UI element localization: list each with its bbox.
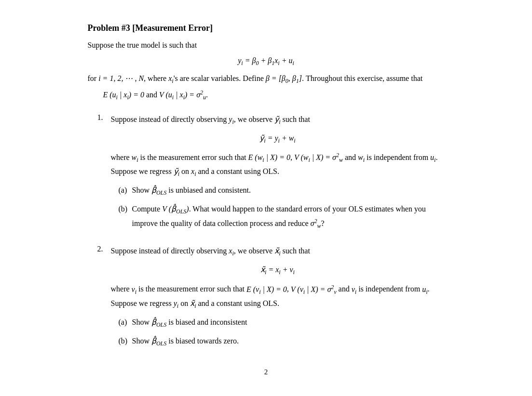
p2a: (a) Show β̂OLS is biased and inconsisten…	[119, 316, 445, 330]
p1-intro: Suppose instead of directly observing yi…	[111, 113, 445, 127]
p1a: (a) Show β̂OLS is unbiased and consisten…	[119, 184, 445, 198]
enum-content-2: Suppose instead of directly observing xi…	[111, 245, 445, 353]
p2-intro: Suppose instead of directly observing xi…	[111, 245, 445, 259]
p1b: (b) Compute V (β̂OLS). What would happen…	[119, 203, 445, 231]
p1-where: where wi is the measurement error such t…	[111, 151, 445, 179]
enum-num-1: 1.	[97, 113, 111, 237]
p2b: (b) Show β̂OLS is biased towards zero.	[119, 335, 445, 349]
assumption-block: E (ui | xi) = 0 and V (ui | xi) = σ2u.	[103, 88, 445, 103]
p1a-label: (a)	[119, 184, 132, 198]
eq-xtilde: x̃i = xi + νi	[111, 264, 445, 277]
p1a-content: Show β̂OLS is unbiased and consistent.	[132, 184, 445, 198]
problem-2: 2. Suppose instead of directly observing…	[97, 245, 445, 353]
p1b-label: (b)	[119, 203, 132, 231]
p2a-label: (a)	[119, 316, 132, 330]
intro-paragraph: Suppose the true model is such that	[88, 39, 445, 52]
problem-1: 1. Suppose instead of directly observing…	[97, 113, 445, 237]
p1-sub-enum: (a) Show β̂OLS is unbiased and consisten…	[119, 184, 445, 231]
eq-true-model: yi = β0 + β1xi + ui	[88, 56, 445, 67]
p1b-content: Compute V (β̂OLS). What would happen to …	[132, 203, 445, 231]
page-number: 2	[88, 368, 445, 376]
p2-where: where νi is the measurement error such t…	[111, 282, 445, 311]
page-container: Problem #3 [Measurement Error] Suppose t…	[78, 0, 454, 396]
eq-ytilde: ỹi = yi + wi	[111, 132, 445, 146]
enum-num-2: 2.	[97, 245, 111, 353]
enum-content-1: Suppose instead of directly observing yi…	[111, 113, 445, 237]
p2-sub-enum: (a) Show β̂OLS is biased and inconsisten…	[119, 316, 445, 349]
para-for-i: for i = 1, 2, ⋯ , N, where xi's are scal…	[88, 72, 445, 86]
p2b-content: Show β̂OLS is biased towards zero.	[132, 335, 445, 349]
p2a-content: Show β̂OLS is biased and inconsistent	[132, 316, 445, 330]
p2b-label: (b)	[119, 335, 132, 349]
problem-title: Problem #3 [Measurement Error]	[88, 23, 445, 33]
